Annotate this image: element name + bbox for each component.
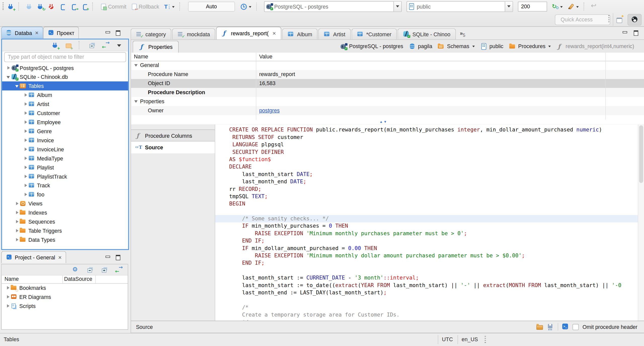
expand-arrow-icon[interactable] [6,294,11,299]
tab-properties[interactable]: Properties [133,41,179,53]
timezone-indicator[interactable]: UTC [442,336,453,342]
tree-item-customer[interactable]: Customer [2,109,128,118]
column-divider[interactable] [95,275,96,283]
project-item-er-diagrams[interactable]: ER Diagrams [2,292,128,301]
breadcrumb-rewards-report-int4-numeric-[interactable]: rewards_report(int4,numeric) [556,43,634,50]
commit-button[interactable]: Commit [99,2,128,11]
breadcrumb-pagila[interactable]: pagila [409,43,432,50]
tree-item-views[interactable]: Views [2,199,128,208]
expand-arrow-icon[interactable] [23,165,28,170]
view-menu-button[interactable] [115,41,124,50]
load-from-file-icon[interactable] [537,324,544,330]
tree-item-playlisttrack[interactable]: PlaylistTrack [2,172,128,181]
active-schema-combo[interactable]: public [407,1,513,12]
property-row-properties[interactable]: Properties [131,97,644,106]
resultset-size-input[interactable]: 200 [518,2,547,12]
link-button[interactable] [114,265,124,274]
navigate-back-button[interactable] [590,2,599,11]
property-row-procedure-description[interactable]: Procedure Description [131,88,644,97]
editor-tab-mockdata[interactable]: mockdata [172,28,215,40]
expand-arrow-icon[interactable] [15,237,20,242]
expand-arrow-icon[interactable] [23,129,28,134]
quick-access-input[interactable]: Quick Access [555,14,610,25]
omit-procedure-header-checkbox[interactable] [573,324,579,330]
invalidate-connection-button[interactable] [36,2,45,11]
property-row-object-id[interactable]: Object ID16,583 [131,79,644,88]
tree-item-genre[interactable]: Genre [2,127,128,136]
tree-item-sequences[interactable]: Sequences [2,217,128,226]
dropdown-icon[interactable] [576,3,579,10]
generate-sql-button[interactable] [566,2,581,11]
collapse-arrow-icon[interactable] [15,83,20,88]
plug-new-button[interactable] [51,41,60,50]
tree-item-mediatype[interactable]: MediaType [2,154,128,163]
tree-item-foo[interactable]: foo [2,190,128,199]
breadcrumb-procedures[interactable]: Procedures [509,43,551,50]
editor-tab-artist[interactable]: Artist [318,28,350,40]
dropdown-icon[interactable] [172,3,175,10]
open-sql-script-button[interactable] [69,2,78,11]
side-tab-procedure-columns[interactable]: Procedure Columns [131,129,215,142]
combo-dropdown-icon[interactable] [393,2,401,12]
editor-tab-album[interactable]: Album [282,28,317,40]
tab-project-general[interactable]: Project - General ✕ [1,251,66,263]
tree-item-track[interactable]: Track [2,181,128,190]
new-connection-button[interactable] [6,2,16,11]
expand-arrow-icon[interactable] [15,219,20,224]
dropdown-icon[interactable] [548,45,551,47]
editor-tab-rewards-report-[interactable]: rewards_report(✕ [216,27,281,40]
source-code-viewer[interactable]: CREATE OR REPLACE FUNCTION public.reward… [215,125,638,321]
commit-mode-selector[interactable]: Auto [188,2,235,12]
tree-item-sqlite-chinook-db[interactable]: SQLite - Chinook.db [2,72,128,81]
connect-button[interactable] [25,2,34,11]
tab-overflow-button[interactable]: »5 [460,30,465,39]
expand-arrow-icon[interactable] [23,111,28,116]
splitter-sash[interactable]: ▲▼ [131,120,644,125]
save-to-file-icon[interactable] [547,324,554,330]
disconnect-button[interactable] [47,2,56,11]
expand-arrow-icon[interactable] [15,228,20,233]
sql-editor-button[interactable] [58,2,67,11]
tree-item-playlist[interactable]: Playlist [2,163,128,172]
grid-divider[interactable] [606,53,606,120]
expand-arrow-icon[interactable] [23,101,28,107]
dropdown-icon[interactable] [248,3,252,10]
sash-collapse-icon[interactable]: ▲▼ [380,120,388,124]
expand-arrow-icon[interactable] [15,201,20,206]
expand-arrow-icon[interactable] [23,147,28,152]
tab-database-navigator[interactable]: Databa ✕ [1,27,43,39]
project-item-scripts[interactable]: Scripts [2,301,128,310]
expand-arrow-icon[interactable] [6,65,11,71]
tab-project-explorer[interactable]: Проект [43,27,79,39]
expand-all-button[interactable] [100,265,109,274]
dropdown-icon[interactable] [472,45,475,47]
property-row-general[interactable]: General [131,61,644,70]
column-name[interactable]: Name [5,276,19,282]
tree-item-artist[interactable]: Artist [2,99,128,109]
locale-indicator[interactable]: en_US [462,336,478,342]
collapse-arrow-icon[interactable] [134,100,138,103]
new-sql-editor-button[interactable] [80,2,90,11]
expand-arrow-icon[interactable] [15,210,20,215]
navigator-filter-input[interactable]: Type part of object name to filter [4,52,126,62]
expand-arrow-icon[interactable] [23,183,28,188]
editor-tab-category[interactable]: category [131,28,171,40]
combo-dropdown-icon[interactable] [505,2,512,12]
gear-button[interactable] [71,265,80,274]
grid-column-value[interactable]: Value [259,53,272,59]
tree-item-indexes[interactable]: Indexes [2,208,128,217]
refresh-button[interactable] [550,2,565,11]
collapse-all-button[interactable] [86,265,95,274]
close-icon[interactable]: ✕ [35,30,39,36]
collapse-arrow-icon[interactable] [6,75,11,80]
editor-tab-sqlite-chinoo[interactable]: SQLite - Chinoo [398,28,456,40]
property-value-link[interactable]: postgres [259,107,279,113]
link-button[interactable] [101,41,111,50]
side-tab-source[interactable]: Source [131,141,215,153]
maximize-icon[interactable] [115,254,122,261]
tree-item-postgresql-postgres[interactable]: PostgreSQL - postgres [2,63,128,72]
tree-item-employee[interactable]: Employee [2,118,128,127]
transaction-log-button[interactable] [239,2,253,11]
rollback-button[interactable]: Rollback [129,2,160,11]
tree-item-album[interactable]: Album [2,90,128,99]
